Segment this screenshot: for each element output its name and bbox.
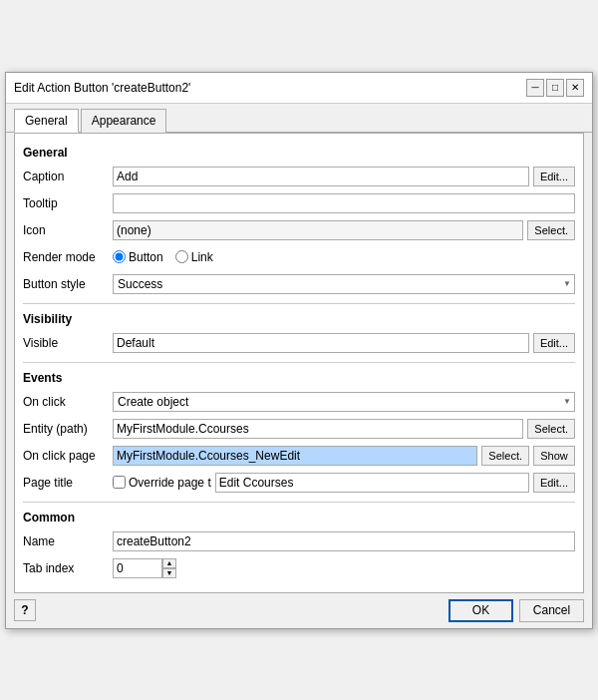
on-click-page-controls: Select. Show: [113, 446, 575, 466]
on-click-page-input[interactable]: [113, 446, 477, 466]
on-click-row: On click Create object: [23, 391, 575, 413]
ok-button[interactable]: OK: [448, 599, 513, 622]
tooltip-row: Tooltip: [23, 192, 575, 214]
icon-input[interactable]: [113, 220, 523, 240]
tooltip-input[interactable]: [113, 193, 575, 213]
page-title-override-label[interactable]: Override page t: [113, 476, 211, 490]
page-title-override-checkbox[interactable]: [113, 476, 126, 489]
caption-row: Caption Edit...: [23, 166, 575, 187]
cancel-button[interactable]: Cancel: [519, 599, 584, 622]
entity-path-label: Entity (path): [23, 422, 113, 436]
render-mode-button-label: Button: [129, 250, 163, 264]
visible-row: Visible Edit...: [23, 332, 575, 354]
tab-index-row: Tab index ▲ ▼: [23, 557, 575, 579]
tab-index-spinner: ▲ ▼: [113, 558, 182, 578]
common-section-header: Common: [23, 511, 575, 525]
button-style-row: Button style Success: [23, 273, 575, 295]
icon-controls: Select.: [113, 220, 575, 240]
on-click-label: On click: [23, 395, 113, 409]
entity-path-controls: Select.: [113, 419, 575, 439]
footer-right: OK Cancel: [448, 599, 584, 622]
page-title-edit-button[interactable]: Edit...: [533, 473, 575, 493]
tab-index-up-button[interactable]: ▲: [162, 558, 176, 568]
button-style-select[interactable]: Success: [113, 274, 575, 294]
entity-path-select-button[interactable]: Select.: [527, 419, 575, 439]
icon-label: Icon: [23, 223, 113, 237]
events-section-header: Events: [23, 371, 575, 385]
on-click-page-show-button[interactable]: Show: [533, 446, 575, 466]
tab-index-input[interactable]: [113, 558, 162, 578]
visible-controls: Edit...: [113, 333, 575, 353]
help-button[interactable]: ?: [14, 599, 36, 621]
tab-index-down-button[interactable]: ▼: [162, 568, 176, 578]
name-label: Name: [23, 534, 113, 548]
tooltip-label: Tooltip: [23, 196, 113, 210]
tooltip-controls: [113, 193, 575, 213]
name-controls: [113, 531, 575, 551]
render-mode-link-label: Link: [191, 250, 213, 264]
on-click-controls: Create object: [113, 392, 575, 412]
name-input[interactable]: [113, 531, 575, 551]
visible-input[interactable]: [113, 333, 529, 353]
page-title-row: Page title Override page t Edit...: [23, 472, 575, 494]
name-row: Name: [23, 530, 575, 552]
visible-label: Visible: [23, 336, 113, 350]
visibility-section-header: Visibility: [23, 312, 575, 326]
render-mode-label: Render mode: [23, 250, 113, 264]
page-title-label: Page title: [23, 476, 113, 490]
button-style-controls: Success: [113, 274, 575, 294]
window-title: Edit Action Button 'createButton2': [14, 81, 190, 95]
caption-input[interactable]: [113, 167, 529, 186]
page-title-input[interactable]: [215, 473, 529, 493]
form-content: General Caption Edit... Tooltip Icon Sel…: [14, 133, 584, 593]
on-click-page-row: On click page Select. Show: [23, 445, 575, 467]
on-click-select[interactable]: Create object: [113, 392, 575, 412]
footer: ? OK Cancel: [6, 593, 592, 628]
render-mode-button-option[interactable]: Button: [113, 250, 163, 264]
render-mode-row: Render mode Button Link: [23, 246, 575, 268]
on-click-page-select-button[interactable]: Select.: [481, 446, 529, 466]
tab-appearance[interactable]: Appearance: [81, 109, 167, 133]
entity-path-input[interactable]: [113, 419, 523, 439]
general-section-header: General: [23, 146, 575, 160]
button-style-label: Button style: [23, 277, 113, 291]
render-mode-link-option[interactable]: Link: [175, 250, 213, 264]
entity-path-row: Entity (path) Select.: [23, 418, 575, 440]
render-mode-link-radio[interactable]: [175, 250, 188, 263]
caption-controls: Edit...: [113, 167, 575, 186]
icon-row: Icon Select.: [23, 219, 575, 241]
tab-index-spinner-buttons: ▲ ▼: [162, 558, 176, 578]
title-bar-buttons: ─ □ ✕: [526, 79, 584, 97]
close-button[interactable]: ✕: [566, 79, 584, 97]
maximize-button[interactable]: □: [546, 79, 564, 97]
caption-label: Caption: [23, 170, 113, 183]
render-mode-controls: Button Link: [113, 250, 575, 264]
title-bar: Edit Action Button 'createButton2' ─ □ ✕: [6, 73, 592, 104]
caption-edit-button[interactable]: Edit...: [533, 167, 575, 186]
tab-index-label: Tab index: [23, 561, 113, 575]
render-mode-button-radio[interactable]: [113, 250, 126, 263]
page-title-controls: Override page t Edit...: [113, 473, 575, 493]
on-click-page-label: On click page: [23, 449, 113, 463]
tab-index-controls: ▲ ▼: [113, 558, 575, 578]
minimize-button[interactable]: ─: [526, 79, 544, 97]
footer-left: ?: [14, 599, 36, 621]
tab-bar: General Appearance: [6, 104, 592, 133]
main-window: Edit Action Button 'createButton2' ─ □ ✕…: [5, 72, 593, 629]
icon-select-button[interactable]: Select.: [527, 220, 575, 240]
visible-edit-button[interactable]: Edit...: [533, 333, 575, 353]
tab-general[interactable]: General: [14, 109, 79, 133]
